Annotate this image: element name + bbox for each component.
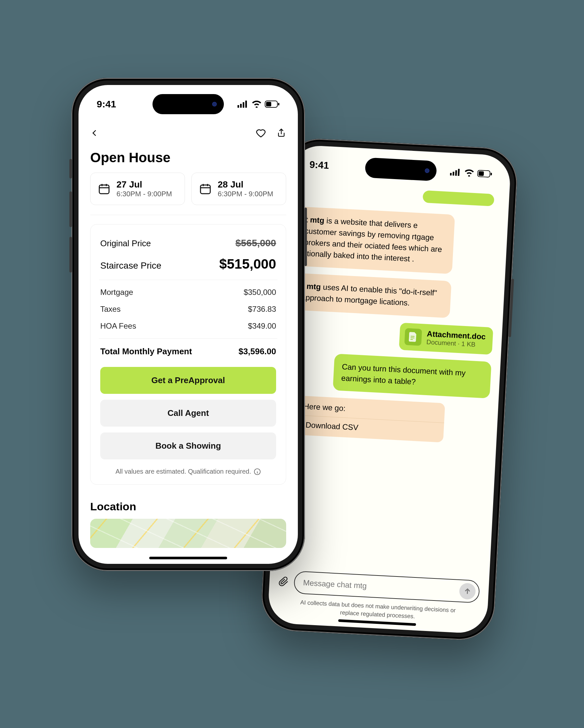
taxes-label: Taxes (100, 305, 121, 314)
svg-rect-12 (243, 102, 244, 108)
bot-reply-download: e! Here we go: Download CSV (286, 395, 445, 443)
staircase-price-label: Staircase Price (100, 261, 161, 271)
call-agent-button[interactable]: Call Agent (100, 400, 276, 426)
openhouse-time: 6:30PM - 9:00PM (218, 190, 273, 198)
wifi-icon (252, 101, 261, 108)
svg-rect-3 (458, 169, 460, 176)
hoa-value: $349.00 (248, 321, 276, 331)
battery-icon (265, 101, 280, 108)
status-time: 9:41 (309, 159, 329, 171)
phone-listing: 9:41 Open (71, 78, 305, 571)
cellular-icon (450, 168, 461, 176)
document-icon (404, 328, 422, 346)
svg-rect-18 (201, 185, 210, 194)
price-breakdown-card: Original Price $565,000 Staircase Price … (90, 224, 286, 485)
svg-rect-17 (99, 185, 109, 194)
message-field[interactable] (303, 578, 460, 595)
total-label: Total Monthly Payment (100, 346, 192, 357)
cellular-icon (237, 101, 249, 108)
preapproval-button[interactable]: Get a PreApproval (100, 367, 276, 394)
share-icon (276, 128, 286, 137)
dynamic-island (365, 157, 437, 181)
calendar-icon (199, 182, 212, 195)
status-time: 9:41 (97, 99, 116, 110)
back-button[interactable] (90, 129, 99, 138)
arrow-up-icon (463, 587, 472, 595)
svg-rect-2 (455, 170, 457, 176)
home-indicator[interactable] (149, 557, 227, 559)
openhouse-time: 6:30PM - 9:00PM (117, 190, 172, 198)
map-preview[interactable] (90, 519, 286, 548)
attachment-chip[interactable]: Attachment.doc Document · 1 KB (399, 322, 493, 355)
mortgage-value: $350,000 (244, 288, 276, 297)
total-value: $3,596.00 (238, 346, 276, 357)
svg-rect-16 (278, 103, 279, 105)
chevron-left-icon (90, 129, 99, 137)
location-title: Location (90, 500, 286, 513)
svg-rect-9 (410, 339, 413, 340)
favorite-button[interactable] (256, 128, 266, 139)
hoa-label: HOA Fees (100, 321, 136, 331)
svg-rect-5 (479, 171, 484, 176)
wifi-icon (464, 169, 474, 177)
staircase-price-value: $515,000 (219, 256, 276, 272)
openhouse-date: 27 Jul (117, 179, 172, 190)
taxes-value: $736.83 (248, 305, 276, 314)
book-showing-button[interactable]: Book a Showing (100, 433, 276, 459)
original-price-value: $565,000 (235, 237, 276, 249)
svg-rect-10 (237, 105, 239, 108)
svg-rect-13 (245, 101, 247, 108)
disclaimer-text: All values are estimated. Qualification … (116, 468, 251, 475)
dynamic-island (152, 94, 224, 114)
openhouse-card[interactable]: 28 Jul 6:30PM - 9:00PM (192, 173, 286, 205)
svg-rect-15 (266, 102, 271, 106)
svg-rect-1 (453, 172, 455, 176)
original-price-label: Original Price (100, 238, 151, 249)
heart-icon (256, 128, 266, 138)
bot-message: t mtg is a website that delivers e custo… (295, 207, 455, 274)
mortgage-label: Mortgage (100, 288, 133, 297)
attach-icon[interactable] (278, 576, 289, 587)
svg-rect-6 (490, 173, 492, 175)
svg-rect-11 (240, 104, 242, 108)
openhouse-card[interactable]: 27 Jul 6:30PM - 9:00PM (90, 173, 185, 205)
openhouse-date: 28 Jul (218, 179, 273, 190)
battery-icon (477, 170, 492, 178)
calendar-icon (98, 182, 111, 195)
share-button[interactable] (276, 128, 286, 139)
send-button[interactable] (459, 583, 476, 600)
page-title: Open House (90, 150, 286, 165)
svg-rect-0 (450, 173, 452, 176)
info-icon[interactable] (254, 468, 261, 475)
chat-thread[interactable]: t mtg is a website that delivers e custo… (279, 181, 501, 578)
user-message: Can you turn this document with my earni… (333, 354, 491, 399)
bot-message: t mtg uses AI to enable this "do-it-rsel… (293, 273, 451, 318)
